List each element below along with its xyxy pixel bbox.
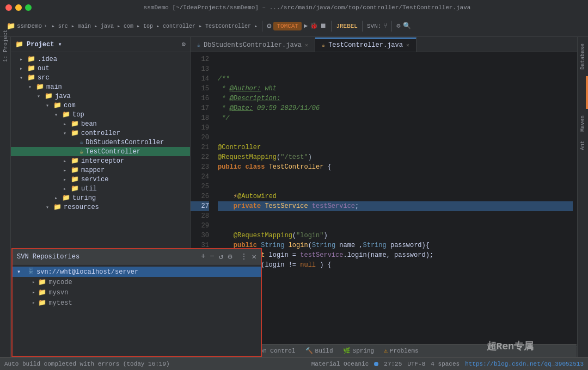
jrebel-label[interactable]: JREBEL (336, 23, 358, 29)
tree-item-controller[interactable]: ▾ 📁 controller (11, 128, 190, 138)
svn-panel-menu[interactable]: ⋮ (240, 252, 248, 261)
svn-icon[interactable]: ⑂ (383, 22, 387, 30)
tree-label-out: out (38, 65, 50, 72)
tomcat-button[interactable]: TOMCAT (273, 22, 302, 30)
close-button[interactable] (5, 4, 12, 11)
blog-link[interactable]: https://blog.csdn.net/qq_39052513 (465, 361, 584, 367)
svn-folder-icon-root: 🗄 (28, 268, 34, 276)
tree-item-resources[interactable]: ▾ 📁 resources (11, 202, 190, 212)
svn-item-mycode[interactable]: ▸ 📁 mycode (13, 277, 261, 287)
code-line-15: * @Author: wht (218, 84, 573, 94)
tree-label-src: src (38, 74, 50, 82)
project-panel-header: 📁 Project ▾ ⚙ (11, 37, 190, 52)
code-line-12 (218, 54, 573, 64)
code-line-27: private TestService testService; (218, 201, 573, 211)
toolbar-separator-4 (391, 21, 392, 32)
tree-label-service: service (81, 176, 108, 183)
svn-content: ▾ 🗄 svn://wht@localhost/server ▸ 📁 mycod… (13, 264, 261, 356)
svn-add-btn[interactable]: + (200, 251, 206, 262)
tree-label-com: com (64, 102, 76, 109)
tree-item-dbstudents[interactable]: ☕ DbStudentsController (11, 138, 190, 147)
folder-icon-controller: 📁 (71, 129, 79, 137)
expand-arrow-mapper: ▸ (63, 167, 71, 174)
tab-dbstudents[interactable]: ☕ DbStudentsController.java ✕ (191, 38, 315, 52)
run-icon[interactable]: ▶ (304, 22, 308, 30)
svn-item-mytest[interactable]: ▸ 📁 mytest (13, 298, 261, 308)
warning-icon: ⚠ (384, 347, 388, 354)
code-line-17: * @Date: 09:59 2029/11/06 (218, 103, 573, 113)
tree-label-controller: controller (81, 130, 120, 137)
svn-config-btn[interactable]: ⚙ (226, 251, 233, 262)
expand-arrow-service: ▸ (63, 176, 71, 183)
btab-spring[interactable]: 🌿 Spring (339, 346, 379, 355)
expand-arrow-top: ▾ (54, 112, 62, 118)
code-content[interactable]: /** * @Author: wht * @Description: * @Da… (213, 52, 577, 346)
sidebar-maven[interactable]: Maven (580, 113, 586, 134)
code-line-31: public String login(String name ,String … (218, 240, 573, 250)
theme-name: Material Oceanic (311, 361, 369, 367)
sidebar-ant[interactable]: Ant (580, 138, 586, 152)
svn-panel-close[interactable]: ✕ (252, 252, 256, 261)
expand-arrow-out: ▸ (20, 65, 27, 72)
gear-icon[interactable]: ⚙ (182, 40, 186, 48)
svn-folder-icon-mysvn: 📁 (38, 288, 46, 297)
tree-item-service[interactable]: ▸ 📁 service (11, 175, 190, 184)
tab-close-dbstudents[interactable]: ✕ (305, 42, 308, 48)
tree-item-util[interactable]: ▸ 📁 util (11, 184, 190, 193)
search-icon[interactable]: 🔍 (403, 22, 411, 30)
svn-remove-btn[interactable]: − (209, 251, 215, 262)
folder-icon-mapper: 📁 (71, 166, 79, 174)
expand-arrow-src: ▾ (20, 75, 27, 81)
tree-item-out[interactable]: ▸ 📁 out (11, 64, 190, 73)
tree-label-mapper: mapper (81, 166, 105, 174)
tree-label-util: util (81, 185, 97, 193)
svn-root-item[interactable]: ▾ 🗄 svn://wht@localhost/server (13, 267, 261, 277)
project-name[interactable]: 📁 ssmDemo › (4, 21, 50, 32)
minimize-button[interactable] (15, 4, 22, 11)
expand-arrow-mytest: ▸ (32, 300, 35, 306)
tree-item-idea[interactable]: ▸ 📁 .idea (11, 54, 190, 64)
encoding-label: UTF-8 (407, 361, 425, 367)
tree-item-turing[interactable]: ▸ 📁 turing (11, 193, 190, 202)
tree-item-bean[interactable]: ▸ 📁 bean (11, 119, 190, 128)
tree-label-turing: turing (72, 194, 96, 202)
tree-item-top[interactable]: ▾ 📁 top (11, 110, 190, 119)
expand-arrow-idea: ▸ (20, 56, 27, 63)
expand-arrow-java: ▾ (37, 93, 45, 100)
code-line-23: public class TestController { (218, 162, 573, 172)
tree-item-src[interactable]: ▾ 📁 src (11, 73, 190, 82)
right-sidebar: Database Maven Ant (577, 37, 588, 358)
tab-testcontroller[interactable]: ☕ TestController.java ✕ (315, 38, 416, 52)
tree-label-top: top (72, 111, 84, 119)
tree-item-interceptor[interactable]: ▸ 📁 interceptor (11, 156, 190, 165)
tab-close-testcontroller[interactable]: ✕ (406, 42, 409, 48)
folder-icon-src: 📁 (27, 73, 35, 82)
tree-item-mapper[interactable]: ▸ 📁 mapper (11, 165, 190, 175)
status-right: Material Oceanic 27:25 UTF-8 4 spaces ht… (311, 361, 584, 367)
btab-problems[interactable]: ⚠ Problems (379, 346, 422, 355)
project-sidebar-btn[interactable]: 1: Project (1, 41, 10, 50)
debug-icon[interactable]: 🐞 (310, 22, 318, 30)
tree-item-testcontroller[interactable]: ☕ TestController (11, 147, 190, 156)
settings-icon[interactable]: ⚙ (396, 22, 400, 30)
expand-arrow-turing: ▸ (54, 195, 62, 201)
expand-arrow-mycode: ▸ (32, 279, 35, 285)
stop-icon[interactable]: ⏹ (320, 22, 327, 30)
tab-icon-testcontroller: ☕ (322, 42, 325, 48)
folder-icon-idea: 📁 (27, 55, 35, 63)
tree-label-interceptor: interceptor (81, 157, 124, 165)
svn-refresh-btn[interactable]: ↺ (218, 251, 224, 262)
expand-arrow-controller: ▾ (63, 130, 71, 137)
tree-item-java[interactable]: ▾ 📁 java (11, 91, 190, 101)
svn-panel: SVN Repositories + − ↺ ⚙ ⋮ ✕ ▾ 🗄 svn://w… (11, 248, 262, 357)
svn-item-mysvn[interactable]: ▸ 📁 mysvn (13, 287, 261, 298)
folder-icon: 📁 (15, 40, 23, 48)
run-config-icon[interactable]: ⚙ (267, 21, 271, 30)
tree-item-com[interactable]: ▾ 📁 com (11, 101, 190, 110)
tree-label-bean: bean (81, 120, 97, 128)
btab-build[interactable]: 🔨 Build (301, 346, 338, 355)
tree-item-main[interactable]: ▾ 📁 main (11, 82, 190, 91)
maximize-button[interactable] (25, 4, 32, 11)
tab-icon-dbstudents: ☕ (197, 42, 200, 48)
sidebar-database[interactable]: Database (580, 41, 586, 72)
